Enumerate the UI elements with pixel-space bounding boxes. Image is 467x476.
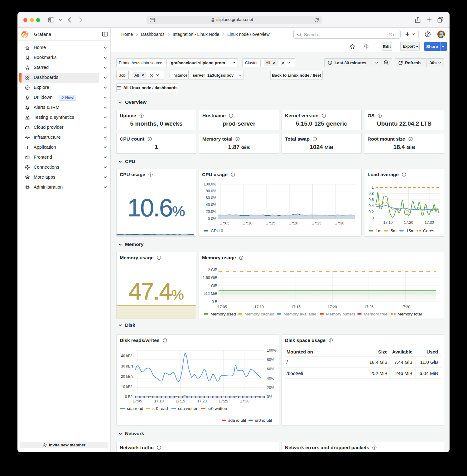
svg-text:/: /	[286, 359, 288, 365]
svg-text:Mounted on: Mounted on	[286, 349, 313, 354]
svg-text:17:15: 17:15	[176, 399, 185, 403]
svg-text:Memory used: Memory used	[210, 312, 236, 316]
svg-text:Memory total: Memory total	[397, 312, 422, 316]
svg-text:sda written: sda written	[178, 406, 198, 411]
svg-text:512 MiB: 512 MiB	[204, 291, 217, 296]
svg-text:10 kB/s: 10 kB/s	[121, 385, 133, 389]
svg-text:0 B: 0 B	[212, 300, 217, 304]
svg-text:Memory available: Memory available	[283, 312, 316, 316]
svg-text:17:30: 17:30	[335, 221, 344, 225]
svg-text:sr0 written: sr0 written	[208, 406, 227, 411]
svg-text:40.0%: 40.0%	[206, 203, 216, 207]
svg-text:sr0 read: sr0 read	[152, 406, 168, 411]
svg-text:17:30: 17:30	[401, 305, 410, 309]
svg-text:0.8: 0.8	[368, 191, 374, 196]
svg-text:17:25: 17:25	[364, 305, 373, 309]
svg-text:20.0%: 20.0%	[206, 209, 216, 214]
svg-text:5m: 5m	[391, 228, 397, 233]
svg-text:Memory cached: Memory cached	[244, 312, 274, 316]
svg-text:0.6: 0.6	[368, 198, 374, 202]
svg-text:17:05: 17:05	[220, 221, 229, 225]
svg-text:17:20: 17:20	[289, 221, 298, 225]
svg-text:17:30: 17:30	[425, 220, 434, 225]
svg-text:Size: Size	[378, 349, 388, 354]
svg-text:Used: Used	[426, 349, 438, 354]
svg-text:1.50 GiB: 1.50 GiB	[203, 276, 217, 280]
svg-text:30 kB/s: 30 kB/s	[121, 364, 133, 368]
svg-text:17:15: 17:15	[266, 221, 275, 225]
svg-text:60%: 60%	[267, 367, 274, 371]
svg-text:sda io util: sda io util	[228, 418, 246, 423]
svg-text:Memory buffers: Memory buffers	[326, 312, 355, 316]
svg-text:40%: 40%	[267, 376, 274, 381]
svg-text:7.44 GiB: 7.44 GiB	[394, 359, 412, 365]
svg-text:17:25: 17:25	[219, 399, 228, 403]
svg-text:17:10: 17:10	[243, 221, 252, 225]
svg-text:1m: 1m	[376, 228, 382, 233]
svg-text:Memory free: Memory free	[364, 312, 388, 316]
svg-text:17:20: 17:20	[404, 220, 413, 225]
svg-text:60.0%: 60.0%	[206, 196, 216, 200]
svg-text:17:15: 17:15	[291, 305, 301, 309]
svg-text:20%: 20%	[267, 386, 274, 390]
svg-text:11.0 GiB: 11.0 GiB	[420, 359, 438, 365]
svg-text:17:05: 17:05	[133, 399, 142, 403]
svg-text:100%: 100%	[267, 348, 277, 353]
svg-text:Available: Available	[392, 349, 412, 354]
svg-text:17:30: 17:30	[240, 399, 249, 403]
svg-text:0%: 0%	[267, 395, 272, 399]
svg-text:6.04 MiB: 6.04 MiB	[420, 371, 438, 376]
svg-text:17:10: 17:10	[254, 305, 264, 309]
svg-text:252 MiB: 252 MiB	[370, 371, 388, 376]
svg-text:246 MiB: 246 MiB	[395, 371, 412, 376]
svg-text:100.0%: 100.0%	[204, 182, 216, 186]
svg-text:17:20: 17:20	[197, 399, 207, 403]
svg-text:17:10: 17:10	[154, 399, 164, 403]
svg-text:40 kB/s: 40 kB/s	[121, 354, 133, 358]
svg-text:2 GiB: 2 GiB	[208, 268, 217, 272]
svg-text:0.0%: 0.0%	[208, 217, 217, 221]
svg-text:17:25: 17:25	[312, 221, 321, 225]
svg-text:18.4 GiB: 18.4 GiB	[369, 359, 388, 365]
svg-text:80.0%: 80.0%	[206, 189, 216, 193]
svg-text:k6: k6	[27, 118, 29, 119]
svg-text:0.2: 0.2	[368, 210, 374, 214]
svg-text:80%: 80%	[267, 358, 274, 362]
svg-text:CPU 0: CPU 0	[211, 228, 223, 233]
svg-text:sda read: sda read	[127, 406, 143, 411]
svg-text:sr0 io util: sr0 io util	[255, 418, 272, 423]
svg-text:0.4: 0.4	[368, 204, 374, 208]
svg-text:17:20: 17:20	[328, 305, 337, 309]
svg-text:15m: 15m	[406, 228, 414, 233]
svg-text:Cores: Cores	[423, 228, 434, 233]
svg-text:1: 1	[372, 185, 374, 190]
svg-text:0: 0	[372, 216, 374, 220]
svg-text:1 GiB: 1 GiB	[208, 284, 217, 288]
svg-text:0 B/s: 0 B/s	[125, 395, 133, 399]
svg-text:17:05: 17:05	[218, 305, 227, 309]
svg-text:20 kB/s: 20 kB/s	[121, 374, 133, 379]
svg-text:17:10: 17:10	[383, 220, 392, 225]
svg-text:/boot/efi: /boot/efi	[286, 371, 303, 376]
